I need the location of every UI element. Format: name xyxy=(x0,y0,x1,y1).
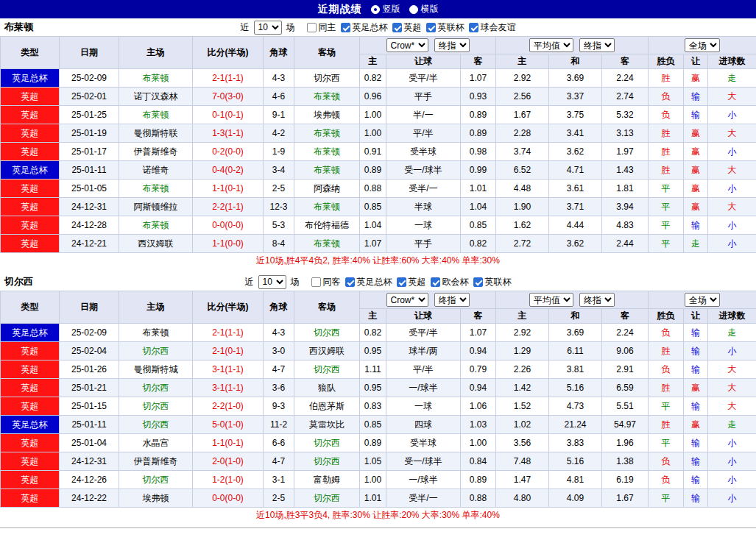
home-team: 布莱顿 xyxy=(119,216,193,235)
away-team: 伯恩茅斯 xyxy=(294,397,360,416)
result-badge: 胜 xyxy=(649,416,684,434)
table-header-top: 类型 日期 主场 比分(半场) 角球 客场 Crow* 终指 平均值 终指 xyxy=(1,291,756,309)
match-score: 0-1(0-1) xyxy=(193,106,264,124)
away-team: 切尔西 xyxy=(294,324,360,342)
handicap-result: 输 xyxy=(684,216,708,235)
league-filter-checkbox[interactable]: 英超 xyxy=(392,21,422,34)
radio-unselected-icon[interactable] xyxy=(409,5,418,14)
odds-home: 1.04 xyxy=(360,216,386,235)
checkbox-checked-icon[interactable] xyxy=(341,23,350,32)
corner-score: 12-3 xyxy=(264,198,294,216)
goals-result: 大 xyxy=(708,379,756,397)
match-row: 英超25-01-21切尔西3-1(1-1)3-6狼队0.95一/球半0.941.… xyxy=(1,379,756,397)
checkbox-checked-icon[interactable] xyxy=(397,277,406,287)
league-filter-checkbox[interactable]: 英联杯 xyxy=(473,276,512,288)
checkbox-unchecked-icon[interactable] xyxy=(307,23,317,32)
bookmaker-select[interactable]: Crow* xyxy=(386,38,428,52)
checkbox-unchecked-icon[interactable] xyxy=(311,277,321,287)
final-odds-select[interactable]: 终指 xyxy=(579,293,615,307)
league-filter-checkbox[interactable]: 英联杯 xyxy=(426,21,464,34)
corner-score: 1-9 xyxy=(264,143,294,161)
avg-home: 1.52 xyxy=(496,397,549,416)
handicap-result: 输 xyxy=(684,106,708,124)
same-venue-checkbox[interactable]: 同客 xyxy=(311,276,341,288)
handicap-result: 赢 xyxy=(684,416,708,434)
recent-count-select[interactable]: 10 xyxy=(258,275,286,289)
league-filter-checkbox[interactable]: 英足总杯 xyxy=(345,276,392,288)
avg-draw: 6.11 xyxy=(549,342,602,360)
bookmaker-select[interactable]: Crow* xyxy=(386,293,428,307)
checkbox-checked-icon[interactable] xyxy=(431,277,440,287)
fullmatch-select[interactable]: 全场 xyxy=(685,38,720,52)
corner-score: 2-5 xyxy=(264,180,294,198)
away-team: 布伦特福德 xyxy=(294,216,360,235)
checkbox-checked-icon[interactable] xyxy=(473,277,483,287)
handicap-line: 平手 xyxy=(386,235,461,253)
header-type: 类型 xyxy=(1,37,60,69)
corner-score: 3-4 xyxy=(264,161,294,180)
handicap-line: 半/一 xyxy=(386,106,461,124)
header-odds-away: 客 xyxy=(461,309,496,324)
avg-away: 6.59 xyxy=(602,379,649,397)
goals-result: 小 xyxy=(708,216,756,235)
average-select[interactable]: 平均值 xyxy=(529,38,573,52)
same-venue-checkbox[interactable]: 同主 xyxy=(307,21,336,34)
result-badge: 胜 xyxy=(649,342,684,360)
match-type: 英超 xyxy=(1,180,60,198)
checkbox-checked-icon[interactable] xyxy=(426,23,436,32)
checkbox-checked-icon[interactable] xyxy=(469,23,478,32)
checkbox-checked-icon[interactable] xyxy=(345,277,355,287)
avg-home: 4.48 xyxy=(496,180,549,198)
league-filter-checkbox[interactable]: 球会友谊 xyxy=(469,21,516,34)
league-filter-label: 球会友谊 xyxy=(481,21,516,34)
league-filter-checkbox[interactable]: 英超 xyxy=(397,276,426,288)
goals-result: 走 xyxy=(708,416,756,434)
filter-bar: 切尔西 近 10 场 同客 英足总杯 英超 欧会杯 英联杯 xyxy=(0,273,756,291)
handicap-result: 赢 xyxy=(684,161,708,180)
avg-home: 1.62 xyxy=(496,216,549,235)
avg-home: 1.42 xyxy=(496,379,549,397)
avg-draw: 3.81 xyxy=(549,360,602,379)
avg-away: 1.38 xyxy=(602,452,649,471)
match-score: 1-3(1-1) xyxy=(193,124,264,143)
match-date: 25-01-11 xyxy=(60,416,119,434)
league-filter-checkbox[interactable]: 英足总杯 xyxy=(341,21,388,34)
final-odds-select[interactable]: 终指 xyxy=(434,38,470,52)
vertical-layout-radio[interactable]: 竖版 xyxy=(371,3,400,15)
team-section-chelsea: 切尔西 近 10 场 同客 英足总杯 英超 欧会杯 英联杯 xyxy=(0,273,756,523)
match-type: 英超 xyxy=(1,360,60,379)
match-score: 2-1(0-1) xyxy=(193,342,264,360)
avg-away: 5.51 xyxy=(602,397,649,416)
avg-home: 3.74 xyxy=(496,143,549,161)
result-badge: 胜 xyxy=(649,124,684,143)
odds-home: 0.88 xyxy=(360,180,386,198)
match-type: 英超 xyxy=(1,489,60,508)
avg-home: 2.72 xyxy=(496,235,549,253)
handicap-line: 受平/半 xyxy=(386,324,461,342)
goals-result: 小 xyxy=(708,434,756,452)
match-row: 英超25-01-26曼彻斯特城3-1(1-1)4-7切尔西1.11平/半0.79… xyxy=(1,360,756,379)
recent-count-select[interactable]: 10 xyxy=(254,21,282,35)
horizontal-layout-radio[interactable]: 横版 xyxy=(409,3,439,15)
handicap-result: 输 xyxy=(684,452,708,471)
handicap-result: 输 xyxy=(684,342,708,360)
handicap-result: 赢 xyxy=(684,69,708,88)
fullmatch-select[interactable]: 全场 xyxy=(685,293,720,307)
home-team: 切尔西 xyxy=(119,342,193,360)
match-date: 25-02-04 xyxy=(60,342,119,360)
final-odds-select[interactable]: 终指 xyxy=(579,38,615,52)
match-type: 英超 xyxy=(1,452,60,471)
header-avg-draw: 和 xyxy=(549,54,602,69)
final-odds-select[interactable]: 终指 xyxy=(434,293,470,307)
away-team: 布莱顿 xyxy=(294,88,360,106)
avg-away: 9.06 xyxy=(602,342,649,360)
radio-selected-icon[interactable] xyxy=(371,5,380,14)
match-date: 25-01-04 xyxy=(60,434,119,452)
home-team: 西汉姆联 xyxy=(119,235,193,253)
home-team: 切尔西 xyxy=(119,379,193,397)
league-filter-checkbox[interactable]: 欧会杯 xyxy=(431,276,469,288)
checkbox-checked-icon[interactable] xyxy=(392,23,402,32)
handicap-line: 受一/球半 xyxy=(386,161,461,180)
page-title: 近期战绩 xyxy=(318,3,362,16)
average-select[interactable]: 平均值 xyxy=(529,293,573,307)
